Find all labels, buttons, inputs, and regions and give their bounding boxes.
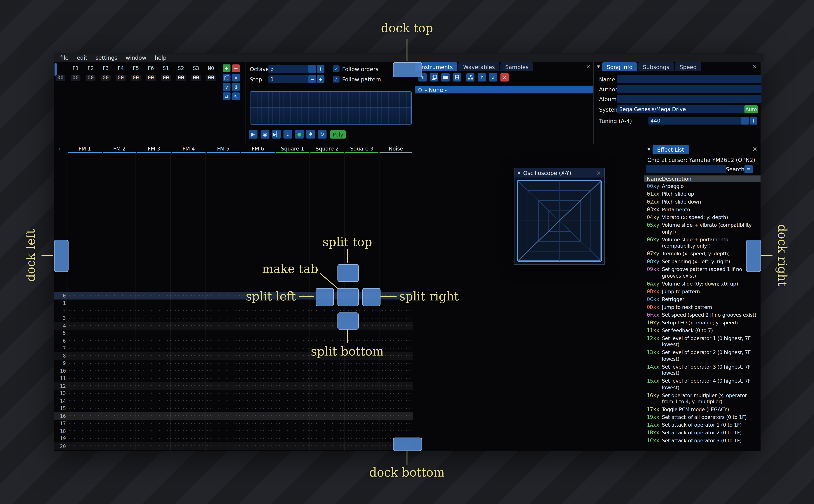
dock-target-left[interactable] <box>54 240 69 272</box>
order-cell[interactable]: 00 <box>113 74 128 81</box>
pattern-cell[interactable]: ··· ·· ·· ··· <box>102 307 137 314</box>
tuning-increase-button[interactable]: + <box>750 117 757 125</box>
oscilloscope-window[interactable]: ▼ Oscilloscope (X-Y) × <box>514 168 605 265</box>
pattern-cell[interactable]: ··· ·· ·· ··· <box>344 435 379 442</box>
song-album-input[interactable] <box>617 95 762 103</box>
effect-row[interactable]: 0FxxSet speed (speed 2 if no grooves exi… <box>644 311 761 319</box>
pattern-cell[interactable]: ··· ·· ·· ··· <box>344 367 379 375</box>
effect-row[interactable]: 12xxSet level of operator 1 (0 highest, … <box>644 335 761 349</box>
effect-row[interactable]: 0CxxRetrigger <box>644 296 761 303</box>
pattern-cell[interactable]: ··· ·· ·· ··· <box>206 292 241 299</box>
pattern-cell[interactable]: ··· ·· ·· ··· <box>137 344 172 352</box>
pattern-cell[interactable]: ··· ·· ·· ··· <box>310 420 345 427</box>
pattern-cell[interactable]: ··· ·· ·· ··· <box>172 442 206 450</box>
channel-header[interactable]: Square 1 <box>275 144 310 153</box>
pattern-cell[interactable]: ··· ·· ·· ··· <box>102 375 137 382</box>
pattern-cell[interactable]: ··· ·· ·· ··· <box>172 314 206 322</box>
menu-item-settings[interactable]: settings <box>91 54 121 61</box>
oscilloscope-title-bar[interactable]: ▼ Oscilloscope (X-Y) × <box>515 168 604 178</box>
effect-row[interactable]: 13xxSet level of operator 2 (0 highest, … <box>644 349 761 363</box>
pattern-cell[interactable]: ··· ·· ·· ··· <box>68 359 103 367</box>
pattern-cell[interactable]: ··· ·· ·· ··· <box>310 337 345 344</box>
pattern-cell[interactable]: ··· ·· ·· ··· <box>379 322 413 329</box>
pattern-cell[interactable]: ··· ·· ·· ··· <box>241 397 275 405</box>
pattern-cell[interactable]: ··· ·· ·· ··· <box>310 390 345 397</box>
pattern-cell[interactable]: ··· ·· ·· ··· <box>310 442 345 450</box>
effect-row[interactable]: 06xyVolume slide + portamento (compatibi… <box>644 236 761 250</box>
pattern-cell[interactable]: ··· ·· ·· ··· <box>137 352 172 359</box>
order-edit-mode-button[interactable]: ↖ <box>232 92 240 100</box>
pattern-cell[interactable]: ··· ·· ·· ··· <box>275 450 310 451</box>
pattern-cell[interactable]: ··· ·· ·· ··· <box>68 329 103 337</box>
pattern-cell[interactable]: ··· ·· ·· ··· <box>137 435 172 442</box>
pattern-row[interactable]: 14··· ·· ·· ······ ·· ·· ······ ·· ·· ··… <box>54 397 413 405</box>
pattern-cell[interactable]: ··· ·· ·· ··· <box>206 412 241 420</box>
pattern-cell[interactable]: ··· ·· ·· ··· <box>102 427 137 435</box>
pattern-cell[interactable]: ··· ·· ·· ··· <box>172 367 206 375</box>
pattern-cell[interactable]: ··· ·· ·· ··· <box>102 367 137 375</box>
pattern-row[interactable]: 0··· ·· ·· ······ ·· ·· ······ ·· ·· ···… <box>54 292 413 299</box>
pattern-cell[interactable]: ··· ·· ·· ··· <box>379 420 413 427</box>
instrument-move-up-button[interactable]: ↑ <box>478 73 486 81</box>
pattern-cell[interactable]: ··· ·· ·· ··· <box>68 322 103 329</box>
pattern-cell[interactable]: ··· ·· ·· ··· <box>275 442 310 450</box>
pattern-row[interactable]: 4··· ·· ·· ······ ·· ·· ······ ·· ·· ···… <box>54 322 413 329</box>
split-target-bottom[interactable] <box>337 312 359 330</box>
pattern-cell[interactable]: ··· ·· ·· ··· <box>344 337 379 344</box>
octave-decrease-button[interactable]: − <box>308 65 316 73</box>
pattern-cell[interactable]: ··· ·· ·· ··· <box>241 329 275 337</box>
pattern-cell[interactable]: ··· ·· ·· ··· <box>379 390 413 397</box>
pattern-row[interactable]: 5··· ·· ·· ······ ·· ·· ······ ·· ·· ···… <box>54 329 413 337</box>
pattern-cell[interactable]: ··· ·· ·· ··· <box>344 420 379 427</box>
pattern-row[interactable]: 20··· ·· ·· ······ ·· ·· ······ ·· ·· ··… <box>54 442 413 450</box>
effect-row[interactable]: 0DxxJump to next pattern <box>644 303 761 311</box>
pattern-cell[interactable]: ··· ·· ·· ··· <box>241 375 275 382</box>
pattern-cell[interactable]: ··· ·· ·· ··· <box>137 397 172 405</box>
close-icon[interactable]: × <box>596 170 601 176</box>
order-cell[interactable]: 00 <box>173 74 188 81</box>
pattern-cell[interactable]: ··· ·· ·· ··· <box>102 299 137 307</box>
order-cell[interactable]: 00 <box>203 74 219 81</box>
pattern-cell[interactable]: ··· ·· ·· ··· <box>275 322 310 329</box>
pattern-cell[interactable]: ··· ·· ·· ··· <box>206 390 241 397</box>
pattern-cell[interactable]: ··· ·· ·· ··· <box>275 412 310 420</box>
order-change-all-button[interactable]: ⇄ <box>223 92 230 100</box>
pattern-cell[interactable]: ··· ·· ·· ··· <box>275 397 310 405</box>
song-author-input[interactable] <box>617 85 762 93</box>
effect-row[interactable]: 08xySet panning (x: left; y: right) <box>644 258 761 266</box>
pattern-cell[interactable]: ··· ·· ·· ··· <box>206 352 241 359</box>
pattern-cell[interactable]: ··· ·· ·· ··· <box>172 375 206 382</box>
effect-row[interactable]: 09xxSet groove pattern (speed 1 if no gr… <box>644 266 761 280</box>
channel-header[interactable]: FM 1 <box>67 144 102 153</box>
pattern-cell[interactable]: ··· ·· ·· ··· <box>68 427 103 435</box>
pattern-cell[interactable]: ··· ·· ·· ··· <box>68 405 103 412</box>
pattern-row[interactable]: 6··· ·· ·· ······ ·· ·· ······ ·· ·· ···… <box>54 337 413 344</box>
pattern-cell[interactable]: ··· ·· ·· ··· <box>68 344 103 352</box>
pattern-cell[interactable]: ··· ·· ·· ··· <box>275 375 310 382</box>
pattern-cell[interactable]: ··· ·· ·· ··· <box>206 420 241 427</box>
channel-header[interactable]: Square 3 <box>344 144 379 153</box>
pattern-cell[interactable]: ··· ·· ·· ··· <box>241 405 275 412</box>
pattern-cell[interactable]: ··· ·· ·· ··· <box>137 412 172 420</box>
pattern-cell[interactable]: ··· ·· ·· ··· <box>102 435 137 442</box>
pattern-cell[interactable]: ··· ·· ·· ··· <box>241 435 275 442</box>
effect-row[interactable]: 03xxPortamento <box>644 206 761 214</box>
pattern-cell[interactable]: ··· ·· ·· ··· <box>102 329 137 337</box>
dock-target-bottom[interactable] <box>393 438 422 451</box>
instrument-save-button[interactable] <box>453 73 461 81</box>
pattern-cell[interactable]: ··· ·· ·· ··· <box>344 412 379 420</box>
instrument-delete-button[interactable]: × <box>501 73 509 81</box>
pattern-cell[interactable]: ··· ·· ·· ··· <box>102 442 137 450</box>
repeat-pattern-button[interactable]: ↻ <box>318 130 326 139</box>
step-input[interactable]: 1 <box>268 75 311 83</box>
tab-speed[interactable]: Speed <box>675 62 701 71</box>
pattern-cell[interactable]: ··· ·· ·· ··· <box>310 382 345 390</box>
pattern-cell[interactable]: ··· ·· ·· ··· <box>206 307 241 314</box>
pattern-cell[interactable]: ··· ·· ·· ··· <box>344 359 379 367</box>
effect-row[interactable]: 19xxSet attack of all operators (0 to 1F… <box>644 414 761 421</box>
dock-target-top[interactable] <box>393 62 422 77</box>
pattern-cell[interactable]: ··· ·· ·· ··· <box>379 344 413 352</box>
pattern-cell[interactable]: ··· ·· ·· ··· <box>206 442 241 450</box>
order-cell[interactable]: 00 <box>83 74 98 81</box>
pattern-cell[interactable]: ··· ·· ·· ··· <box>275 352 310 359</box>
